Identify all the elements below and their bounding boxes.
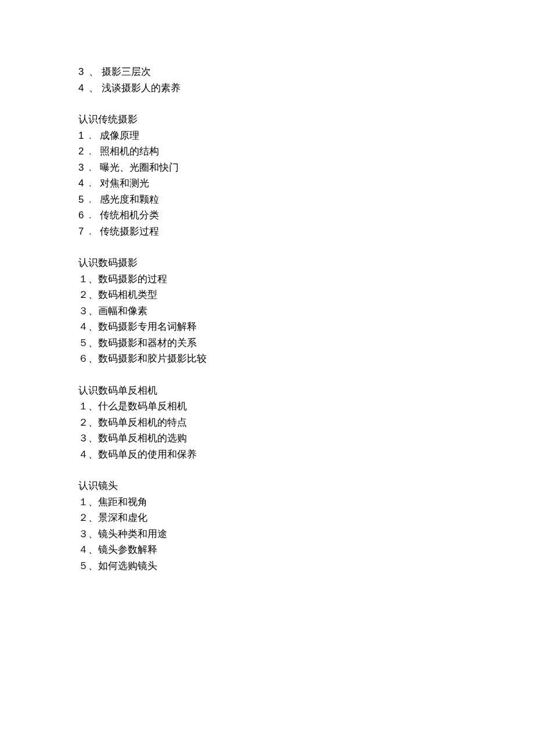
list-item: 7. 传统摄影过程 xyxy=(78,224,534,240)
list-item-text: 焦距和视角 xyxy=(98,496,147,507)
list-item-text: 数码摄影的过程 xyxy=(98,273,167,285)
list-item-separator: 、 xyxy=(88,430,98,447)
section-heading: 认识传统摄影 xyxy=(78,111,534,128)
list-item-text: 数码相机类型 xyxy=(98,289,157,300)
list-item-separator: 、 xyxy=(88,558,98,574)
list-item-text: 数码单反相机的选购 xyxy=(98,433,187,444)
list-item-text: 数码摄影和胶片摄影比较 xyxy=(98,353,207,364)
list-item-separator: 、 xyxy=(89,80,102,96)
list-item: 4. 对焦和测光 xyxy=(78,175,534,192)
list-item-text: 数码单反相机的特点 xyxy=(98,417,187,428)
list-item-number: 2 xyxy=(78,143,89,160)
list-item-separator: . xyxy=(89,128,100,144)
list-item-text: 曝光、光圈和快门 xyxy=(100,162,179,173)
list-item: ２、数码相机类型 xyxy=(78,287,534,303)
list-item-separator: . xyxy=(89,192,100,208)
list-item: 6. 传统相机分类 xyxy=(78,207,534,224)
list-item-separator: . xyxy=(89,207,100,224)
list-item: ４、数码摄影专用名词解释 xyxy=(78,319,534,335)
list-item-text: 对焦和测光 xyxy=(100,178,149,189)
list-item-number: ４ xyxy=(78,319,88,335)
list-item: １、焦距和视角 xyxy=(78,494,534,510)
section-heading: 认识镜头 xyxy=(78,478,534,494)
list-item-text: 景深和虚化 xyxy=(98,512,147,523)
list-item: ４、数码单反的使用和保养 xyxy=(78,447,534,463)
list-item: 5. 感光度和颗粒 xyxy=(78,192,534,208)
list-item-number: 3 xyxy=(78,160,89,176)
list-item-number: ６ xyxy=(78,351,88,367)
list-item: 3、 摄影三层次 xyxy=(78,64,534,80)
list-item: ２、景深和虚化 xyxy=(78,510,534,526)
list-item-number: ３ xyxy=(78,430,88,447)
list-item-separator: 、 xyxy=(88,351,98,367)
list-item-text: 感光度和颗粒 xyxy=(100,194,159,205)
list-item-number: ３ xyxy=(78,526,88,542)
list-item-number: ５ xyxy=(78,335,88,351)
list-item: ５、如何选购镜头 xyxy=(78,558,534,574)
list-item-separator: 、 xyxy=(88,526,98,542)
list-item: １、数码摄影的过程 xyxy=(78,271,534,287)
list-item-text: 传统摄影过程 xyxy=(100,226,159,237)
list-item-number: ４ xyxy=(78,542,88,558)
list-item: 3. 曝光、光圈和快门 xyxy=(78,160,534,176)
list-item-text: 数码摄影专用名词解释 xyxy=(98,321,197,332)
list-item-text: 镜头种类和用途 xyxy=(98,528,167,539)
section-gap xyxy=(78,462,534,478)
list-item-text: 数码单反的使用和保养 xyxy=(98,449,197,460)
list-item-text: 摄影三层次 xyxy=(102,66,151,77)
list-item: １、什么是数码单反相机 xyxy=(78,398,534,415)
list-item-text: 浅谈摄影人的素养 xyxy=(102,82,181,93)
list-item-separator: 、 xyxy=(88,335,98,351)
list-item-text: 什么是数码单反相机 xyxy=(98,401,187,412)
list-item-separator: 、 xyxy=(88,494,98,510)
list-item-separator: . xyxy=(89,160,100,176)
list-item: ５、数码摄影和器材的关系 xyxy=(78,335,534,351)
list-item-separator: 、 xyxy=(88,398,98,415)
list-item: 1. 成像原理 xyxy=(78,128,534,144)
list-item-number: 4 xyxy=(78,80,89,96)
list-item: ３、数码单反相机的选购 xyxy=(78,430,534,447)
list-item-number: １ xyxy=(78,494,88,510)
list-item: ３、镜头种类和用途 xyxy=(78,526,534,542)
list-item-text: 成像原理 xyxy=(100,130,139,141)
list-item-number: ３ xyxy=(78,303,88,319)
list-item: 4、 浅谈摄影人的素养 xyxy=(78,80,534,96)
list-item-number: 1 xyxy=(78,128,89,144)
list-item-separator: 、 xyxy=(88,447,98,463)
list-item-text: 数码摄影和器材的关系 xyxy=(98,337,197,348)
section-heading: 认识数码单反相机 xyxy=(78,383,534,399)
list-item-number: １ xyxy=(78,271,88,287)
list-item-number: ２ xyxy=(78,510,88,526)
list-item-number: ５ xyxy=(78,558,88,574)
section-gap xyxy=(78,367,534,383)
document-content: 3、 摄影三层次4、 浅谈摄影人的素养认识传统摄影1. 成像原理2. 照相机的结… xyxy=(0,0,534,574)
list-item-number: １ xyxy=(78,398,88,415)
list-item: ６、数码摄影和胶片摄影比较 xyxy=(78,351,534,367)
list-item-text: 如何选购镜头 xyxy=(98,560,157,571)
list-item: 2. 照相机的结构 xyxy=(78,143,534,160)
list-item: ４、镜头参数解释 xyxy=(78,542,534,558)
list-item-separator: . xyxy=(89,224,100,240)
list-item-number: 7 xyxy=(78,224,89,240)
list-item-separator: 、 xyxy=(88,415,98,431)
list-item-number: 4 xyxy=(78,175,89,192)
list-item: ２、数码单反相机的特点 xyxy=(78,415,534,431)
list-item-separator: 、 xyxy=(88,271,98,287)
list-item-separator: 、 xyxy=(88,287,98,303)
list-item-separator: 、 xyxy=(88,319,98,335)
list-item-separator: 、 xyxy=(88,510,98,526)
list-item-number: 3 xyxy=(78,64,89,80)
list-item-number: 6 xyxy=(78,207,89,224)
list-item: ３、画幅和像素 xyxy=(78,303,534,319)
list-item-number: ２ xyxy=(78,415,88,431)
list-item-text: 镜头参数解释 xyxy=(98,544,157,555)
list-item-separator: . xyxy=(89,175,100,192)
list-item-number: ２ xyxy=(78,287,88,303)
list-item-text: 传统相机分类 xyxy=(100,210,159,221)
list-item-number: ４ xyxy=(78,447,88,463)
list-item-separator: 、 xyxy=(89,64,102,80)
list-item-number: 5 xyxy=(78,192,89,208)
section-gap xyxy=(78,239,534,255)
list-item-text: 画幅和像素 xyxy=(98,305,147,316)
section-gap xyxy=(78,96,534,111)
